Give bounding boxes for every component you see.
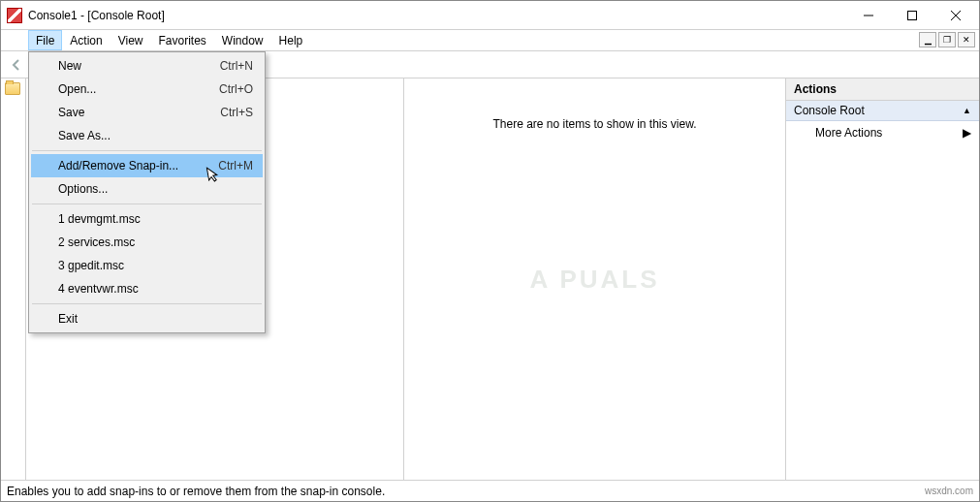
svg-rect-1	[907, 11, 916, 19]
menu-item-open[interactable]: Open... Ctrl+O	[31, 78, 263, 101]
menu-item-options[interactable]: Options...	[31, 177, 263, 201]
menu-label: 3 gpedit.msc	[58, 259, 124, 272]
menu-item-recent-1[interactable]: 1 devmgmt.msc	[31, 207, 263, 231]
more-actions-label: More Actions	[815, 126, 882, 140]
statusbar: Enables you to add snap-ins to or remove…	[1, 480, 979, 501]
console-root-folder-icon[interactable]	[5, 82, 20, 95]
menu-item-add-remove-snapin[interactable]: Add/Remove Snap-in... Ctrl+M	[31, 154, 263, 177]
menu-label: 4 eventvwr.msc	[58, 282, 139, 296]
tree-pane	[1, 78, 26, 480]
mdi-restore-button[interactable]: ❐	[938, 32, 956, 47]
window-controls	[846, 1, 977, 29]
collapse-icon: ▲	[963, 106, 971, 115]
menu-item-recent-4[interactable]: 4 eventvwr.msc	[31, 277, 263, 300]
menu-label: New	[58, 59, 81, 73]
menu-separator	[32, 303, 262, 304]
maximize-button[interactable]	[890, 1, 933, 29]
close-button[interactable]	[933, 1, 977, 29]
window-title: Console1 - [Console Root]	[28, 9, 846, 22]
actions-pane: Actions Console Root ▲ More Actions ▶	[785, 78, 979, 480]
status-text: Enables you to add snap-ins to or remove…	[7, 485, 385, 498]
attribution: wsxdn.com	[925, 486, 973, 496]
menu-view[interactable]: View	[111, 30, 151, 50]
menu-item-save-as[interactable]: Save As...	[31, 124, 263, 147]
more-actions[interactable]: More Actions ▶	[786, 121, 979, 144]
mdi-close-button[interactable]: ✕	[958, 32, 975, 47]
menu-item-recent-3[interactable]: 3 gpedit.msc	[31, 254, 263, 277]
menu-separator	[32, 204, 262, 204]
menu-item-exit[interactable]: Exit	[31, 307, 263, 330]
menu-shortcut: Ctrl+O	[219, 82, 253, 96]
menu-label: Options...	[58, 182, 108, 196]
menu-action[interactable]: Action	[62, 30, 110, 50]
menu-label: Save	[58, 106, 84, 119]
actions-header: Actions	[786, 78, 979, 101]
menu-help[interactable]: Help	[271, 30, 311, 50]
menu-item-new[interactable]: New Ctrl+N	[31, 54, 263, 78]
app-icon	[7, 8, 22, 23]
menu-shortcut: Ctrl+M	[218, 159, 253, 173]
back-button[interactable]	[5, 53, 28, 77]
actions-group-label: Console Root	[794, 104, 865, 117]
menu-label: Open...	[58, 82, 96, 96]
minimize-button[interactable]	[846, 1, 890, 29]
menu-label: 2 services.msc	[58, 235, 135, 249]
mdi-minimize-button[interactable]: ▁	[919, 32, 936, 47]
details-pane: There are no items to show in this view.…	[404, 78, 785, 480]
empty-message: There are no items to show in this view.	[404, 117, 785, 131]
menu-label: 1 devmgmt.msc	[58, 212, 141, 226]
menu-shortcut: Ctrl+N	[220, 59, 253, 73]
titlebar: Console1 - [Console Root]	[1, 1, 979, 30]
menu-label: Save As...	[58, 129, 111, 142]
menu-file[interactable]: File	[28, 30, 62, 50]
watermark: A PUALS	[529, 265, 659, 295]
menu-label: Exit	[58, 312, 78, 326]
mdi-controls: ▁ ❐ ✕	[919, 32, 975, 47]
menu-item-save[interactable]: Save Ctrl+S	[31, 101, 263, 124]
menubar: File Action View Favorites Window Help ▁…	[1, 30, 979, 51]
menu-shortcut: Ctrl+S	[220, 106, 253, 119]
menu-label: Add/Remove Snap-in...	[58, 159, 178, 173]
menu-item-recent-2[interactable]: 2 services.msc	[31, 231, 263, 254]
submenu-arrow-icon: ▶	[963, 126, 971, 140]
actions-group[interactable]: Console Root ▲	[786, 101, 979, 121]
menu-favorites[interactable]: Favorites	[151, 30, 214, 50]
file-menu-dropdown: New Ctrl+N Open... Ctrl+O Save Ctrl+S Sa…	[28, 51, 266, 333]
menu-separator	[32, 150, 262, 151]
menu-window[interactable]: Window	[214, 30, 271, 50]
